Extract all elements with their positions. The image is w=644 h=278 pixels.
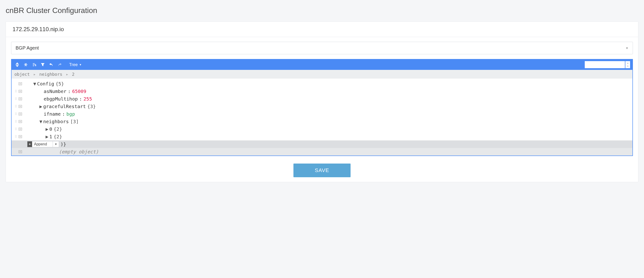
row-menu-icon[interactable] (19, 150, 22, 153)
search-nav[interactable]: ▼ ▲ (625, 61, 630, 68)
chevron-down-icon: ▼ (626, 46, 628, 50)
caret-down-icon: ▼ (79, 63, 82, 66)
redo-icon[interactable] (56, 61, 63, 68)
row-menu-icon[interactable] (19, 98, 22, 100)
tree-row[interactable]: ⠿ ▼ neighbors [3] (12, 118, 632, 125)
drag-handle-icon[interactable]: ⠿ (14, 135, 17, 138)
drag-handle-icon[interactable]: ⠿ (14, 112, 17, 116)
tree-row[interactable]: ⠿ ebgpMultihop : 255 (12, 95, 632, 103)
sort-icon[interactable] (31, 61, 38, 68)
row-menu-icon[interactable] (19, 105, 22, 108)
agent-select-value: BGP Agent (16, 45, 39, 51)
breadcrumb: object ▸ neighbors ▸ 2 (12, 70, 632, 78)
tree-count: {2} (52, 134, 62, 140)
page-title: cnBR Cluster Configuration (6, 6, 638, 15)
tree-count: {5} (54, 81, 64, 86)
triangle-down-icon[interactable]: ▼ (32, 81, 37, 86)
tree-view: ⠿ ▼ Config {5} ⠿ asNumber : 65009 (12, 78, 632, 156)
append-type-dropdown[interactable]: ▼ (53, 141, 59, 147)
breadcrumb-item[interactable]: object (14, 72, 30, 77)
tree-empty-row[interactable]: ⠿ (empty object) (12, 148, 632, 156)
breadcrumb-item[interactable]: 2 (72, 72, 74, 77)
tree-key: neighbors (43, 119, 69, 124)
tree-value: 255 (84, 96, 92, 102)
breadcrumb-sep-icon: ▸ (65, 72, 70, 77)
triangle-right-icon[interactable]: ▶ (38, 104, 43, 109)
tree-key: ifname (44, 111, 61, 117)
append-button[interactable]: ＋ Append ▼ (27, 141, 59, 147)
agent-select[interactable]: BGP Agent ▼ (11, 42, 633, 54)
tree-key: ebgpMultihop (44, 96, 78, 102)
tree-count: [3] (69, 119, 78, 124)
row-menu-icon[interactable] (19, 135, 22, 138)
tree-row[interactable]: ⠿ ifname : bgp (12, 110, 632, 118)
breadcrumb-sep-icon: ▸ (32, 72, 37, 77)
drag-handle-icon[interactable]: ⠿ (14, 90, 17, 93)
tree-row[interactable]: ⠿ ▶ 0 {2} (12, 125, 632, 133)
tree-key: 0 (49, 126, 52, 132)
tree-count: {3} (86, 104, 96, 109)
drag-handle-icon[interactable]: ⠿ (14, 127, 17, 131)
tree-row[interactable]: ⠿ asNumber : 65009 (12, 88, 632, 95)
tree-key: Config (37, 81, 54, 86)
filter-icon[interactable] (40, 61, 46, 68)
plus-icon: ＋ (28, 141, 32, 147)
tree-row[interactable]: ⠿ ▶ 1 {2} (12, 133, 632, 140)
tree-value: 65009 (72, 88, 86, 94)
tree-row-selected[interactable]: ⠿ ＋ Append ▼ )} (12, 140, 632, 148)
row-menu-icon[interactable] (19, 82, 22, 85)
mode-dropdown[interactable]: Tree ▼ (69, 62, 82, 67)
save-button[interactable]: SAVE (294, 164, 350, 177)
row-menu-icon[interactable] (19, 90, 22, 93)
tree-value: bgp (66, 111, 75, 117)
triangle-up-icon: ▲ (627, 65, 629, 67)
tree-key: gracefulRestart (43, 104, 86, 109)
triangle-right-icon[interactable]: ▶ (44, 134, 49, 140)
json-editor: Tree ▼ ▼ ▲ obje (11, 59, 633, 156)
drag-handle-icon[interactable]: ⠿ (14, 97, 17, 101)
tree-key: 1 (49, 134, 52, 140)
undo-icon[interactable] (48, 61, 54, 68)
drag-handle-icon[interactable]: ⠿ (14, 104, 17, 108)
search-input[interactable] (585, 61, 625, 68)
breadcrumb-item[interactable]: neighbors (40, 72, 62, 77)
empty-object-label: (empty object) (59, 149, 99, 154)
triangle-right-icon[interactable]: ▶ (44, 126, 49, 132)
tree-row[interactable]: ⠿ ▶ gracefulRestart {3} (12, 103, 632, 110)
triangle-down-icon[interactable]: ▼ (38, 119, 43, 124)
expand-all-icon[interactable] (14, 61, 20, 68)
drag-handle-icon[interactable]: ⠿ (14, 120, 17, 124)
editor-toolbar: Tree ▼ ▼ ▲ (12, 60, 632, 70)
mode-label: Tree (69, 62, 78, 67)
tree-count: {2} (52, 126, 62, 132)
config-panel: 172.25.29.110.nip.io BGP Agent ▼ (6, 22, 638, 182)
tree-tail: )} (60, 141, 66, 147)
host-label: 172.25.29.110.nip.io (6, 22, 638, 37)
tree-root-row[interactable]: ⠿ ▼ Config {5} (12, 80, 632, 88)
row-menu-icon[interactable] (19, 128, 22, 130)
row-menu-icon[interactable] (19, 120, 22, 123)
append-label: Append (32, 141, 53, 147)
search-wrap (585, 61, 625, 68)
tree-key: asNumber (44, 88, 66, 94)
collapse-all-icon[interactable] (22, 61, 29, 68)
row-menu-icon[interactable] (19, 112, 22, 116)
